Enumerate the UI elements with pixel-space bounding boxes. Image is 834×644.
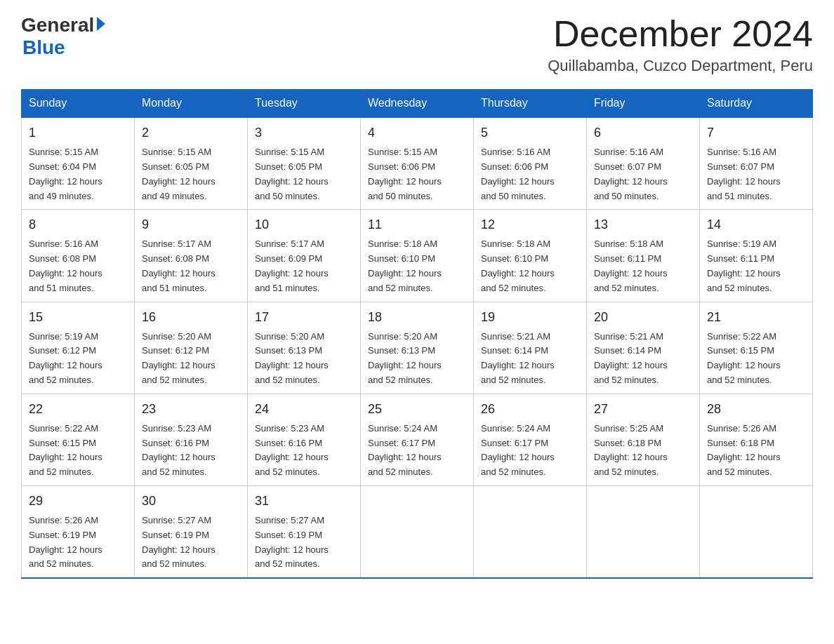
day-info: Sunrise: 5:22 AMSunset: 6:15 PMDaylight:… [29,422,127,480]
day-number: 2 [142,123,240,142]
calendar-cell: 14Sunrise: 5:19 AMSunset: 6:11 PMDayligh… [700,210,813,302]
day-number: 19 [481,308,579,327]
day-number: 12 [481,215,579,234]
day-info: Sunrise: 5:16 AMSunset: 6:07 PMDaylight:… [594,145,692,203]
day-number: 29 [29,492,127,511]
day-info: Sunrise: 5:18 AMSunset: 6:10 PMDaylight:… [368,237,466,295]
calendar-cell: 18Sunrise: 5:20 AMSunset: 6:13 PMDayligh… [361,302,474,394]
calendar-cell: 21Sunrise: 5:22 AMSunset: 6:15 PMDayligh… [700,302,813,394]
day-info: Sunrise: 5:21 AMSunset: 6:14 PMDaylight:… [594,330,692,388]
calendar-cell: 30Sunrise: 5:27 AMSunset: 6:19 PMDayligh… [135,485,248,578]
day-number: 20 [594,308,692,327]
day-info: Sunrise: 5:16 AMSunset: 6:06 PMDaylight:… [481,145,579,203]
location-title: Quillabamba, Cuzco Department, Peru [548,57,813,75]
calendar-cell: 9Sunrise: 5:17 AMSunset: 6:08 PMDaylight… [135,210,248,302]
day-info: Sunrise: 5:19 AMSunset: 6:11 PMDaylight:… [707,237,805,295]
calendar-cell [361,485,474,578]
day-number: 5 [481,123,579,142]
calendar-cell: 29Sunrise: 5:26 AMSunset: 6:19 PMDayligh… [22,485,135,578]
calendar-cell: 16Sunrise: 5:20 AMSunset: 6:12 PMDayligh… [135,302,248,394]
weekday-header-thursday: Thursday [474,90,587,118]
day-number: 22 [29,400,127,419]
day-info: Sunrise: 5:26 AMSunset: 6:18 PMDaylight:… [707,422,805,480]
day-info: Sunrise: 5:18 AMSunset: 6:11 PMDaylight:… [594,237,692,295]
day-number: 31 [255,492,353,511]
weekday-header-tuesday: Tuesday [248,90,361,118]
calendar-cell [474,485,587,578]
day-number: 27 [594,400,692,419]
calendar-cell: 6Sunrise: 5:16 AMSunset: 6:07 PMDaylight… [587,117,700,210]
calendar-cell: 8Sunrise: 5:16 AMSunset: 6:08 PMDaylight… [22,210,135,302]
calendar-cell: 25Sunrise: 5:24 AMSunset: 6:17 PMDayligh… [361,394,474,485]
calendar-cell: 7Sunrise: 5:16 AMSunset: 6:07 PMDaylight… [700,117,813,210]
day-number: 23 [142,400,240,419]
weekday-header-saturday: Saturday [700,90,813,118]
day-number: 28 [707,400,805,419]
calendar-cell: 1Sunrise: 5:15 AMSunset: 6:04 PMDaylight… [22,117,135,210]
day-info: Sunrise: 5:18 AMSunset: 6:10 PMDaylight:… [481,237,579,295]
day-number: 30 [142,492,240,511]
day-info: Sunrise: 5:23 AMSunset: 6:16 PMDaylight:… [142,422,240,480]
day-info: Sunrise: 5:26 AMSunset: 6:19 PMDaylight:… [29,514,127,572]
day-info: Sunrise: 5:15 AMSunset: 6:06 PMDaylight:… [368,145,466,203]
day-number: 1 [29,123,127,142]
day-info: Sunrise: 5:19 AMSunset: 6:12 PMDaylight:… [29,330,127,388]
day-number: 10 [255,215,353,234]
title-section: December 2024 Quillabamba, Cuzco Departm… [548,14,813,75]
calendar-cell: 5Sunrise: 5:16 AMSunset: 6:06 PMDaylight… [474,117,587,210]
day-number: 7 [707,123,805,142]
logo-arrow-icon [97,17,105,31]
day-number: 17 [255,308,353,327]
day-info: Sunrise: 5:27 AMSunset: 6:19 PMDaylight:… [142,514,240,572]
calendar-week-row: 15Sunrise: 5:19 AMSunset: 6:12 PMDayligh… [22,302,813,394]
day-info: Sunrise: 5:23 AMSunset: 6:16 PMDaylight:… [255,422,353,480]
weekday-header-sunday: Sunday [22,90,135,118]
day-info: Sunrise: 5:25 AMSunset: 6:18 PMDaylight:… [594,422,692,480]
day-info: Sunrise: 5:24 AMSunset: 6:17 PMDaylight:… [368,422,466,480]
calendar-week-row: 8Sunrise: 5:16 AMSunset: 6:08 PMDaylight… [22,210,813,302]
calendar-cell: 20Sunrise: 5:21 AMSunset: 6:14 PMDayligh… [587,302,700,394]
calendar-cell: 31Sunrise: 5:27 AMSunset: 6:19 PMDayligh… [248,485,361,578]
calendar-cell: 28Sunrise: 5:26 AMSunset: 6:18 PMDayligh… [700,394,813,485]
calendar-cell: 10Sunrise: 5:17 AMSunset: 6:09 PMDayligh… [248,210,361,302]
day-number: 6 [594,123,692,142]
day-info: Sunrise: 5:15 AMSunset: 6:04 PMDaylight:… [29,145,127,203]
day-info: Sunrise: 5:15 AMSunset: 6:05 PMDaylight:… [142,145,240,203]
calendar-table: SundayMondayTuesdayWednesdayThursdayFrid… [21,89,813,579]
day-number: 4 [368,123,466,142]
calendar-cell: 4Sunrise: 5:15 AMSunset: 6:06 PMDaylight… [361,117,474,210]
day-info: Sunrise: 5:17 AMSunset: 6:09 PMDaylight:… [255,237,353,295]
day-info: Sunrise: 5:16 AMSunset: 6:07 PMDaylight:… [707,145,805,203]
day-info: Sunrise: 5:16 AMSunset: 6:08 PMDaylight:… [29,237,127,295]
calendar-cell [700,485,813,578]
calendar-week-row: 22Sunrise: 5:22 AMSunset: 6:15 PMDayligh… [22,394,813,485]
calendar-cell: 22Sunrise: 5:22 AMSunset: 6:15 PMDayligh… [22,394,135,485]
calendar-week-row: 29Sunrise: 5:26 AMSunset: 6:19 PMDayligh… [22,485,813,578]
logo: General Blue [21,14,105,59]
weekday-header-friday: Friday [587,90,700,118]
weekday-header-wednesday: Wednesday [361,90,474,118]
weekday-header-row: SundayMondayTuesdayWednesdayThursdayFrid… [22,90,813,118]
month-title: December 2024 [548,14,813,54]
day-number: 26 [481,400,579,419]
day-number: 3 [255,123,353,142]
calendar-cell: 12Sunrise: 5:18 AMSunset: 6:10 PMDayligh… [474,210,587,302]
calendar-week-row: 1Sunrise: 5:15 AMSunset: 6:04 PMDaylight… [22,117,813,210]
day-number: 21 [707,308,805,327]
logo-blue: Blue [22,36,65,59]
day-number: 15 [29,308,127,327]
day-number: 13 [594,215,692,234]
calendar-cell: 11Sunrise: 5:18 AMSunset: 6:10 PMDayligh… [361,210,474,302]
day-info: Sunrise: 5:21 AMSunset: 6:14 PMDaylight:… [481,330,579,388]
calendar-cell: 19Sunrise: 5:21 AMSunset: 6:14 PMDayligh… [474,302,587,394]
calendar-cell: 17Sunrise: 5:20 AMSunset: 6:13 PMDayligh… [248,302,361,394]
day-info: Sunrise: 5:17 AMSunset: 6:08 PMDaylight:… [142,237,240,295]
day-number: 11 [368,215,466,234]
calendar-cell: 26Sunrise: 5:24 AMSunset: 6:17 PMDayligh… [474,394,587,485]
day-info: Sunrise: 5:20 AMSunset: 6:13 PMDaylight:… [368,330,466,388]
day-number: 25 [368,400,466,419]
logo-general: General [21,14,94,36]
day-number: 24 [255,400,353,419]
page-header: General Blue December 2024 Quillabamba, … [21,14,813,75]
calendar-cell: 2Sunrise: 5:15 AMSunset: 6:05 PMDaylight… [135,117,248,210]
